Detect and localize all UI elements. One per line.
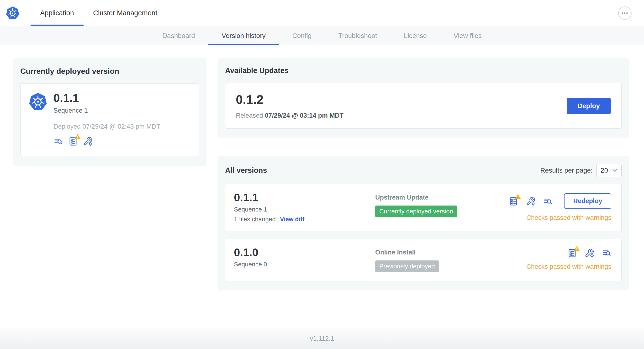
deployed-actions-icon-row: [54, 136, 160, 146]
all-versions-title: All versions: [225, 166, 267, 175]
released-label: Released: [236, 112, 263, 119]
tab-troubleshoot-label: Troubleshoot: [338, 32, 377, 40]
deployed-sequence: Sequence 1: [54, 107, 160, 114]
app-kubernetes-icon: [29, 92, 47, 112]
ellipsis-icon: •••: [621, 10, 628, 16]
all-versions-header: All versions Results per page: 20: [225, 164, 622, 177]
version-row-left: 0.1.1 Sequence 1 1 files changed View di…: [234, 192, 375, 223]
results-per-page-group: Results per page: 20: [540, 164, 622, 177]
currently-deployed-title: Currently deployed version: [20, 67, 199, 76]
tab-license[interactable]: License: [390, 26, 440, 45]
update-info: 0.1.2 Released 07/29/24 @ 03:14 pm MDT: [236, 92, 344, 119]
preflight-checks-icon[interactable]: [509, 196, 518, 206]
row-source-label: Upstream Update: [375, 194, 509, 201]
top-navigation-bar: Application Cluster Management •••: [0, 0, 644, 26]
version-row-0-1-0: 0.1.0 Sequence 0 Online Install Previous…: [225, 239, 622, 281]
version-row-middle: Upstream Update Currently deployed versi…: [375, 192, 509, 217]
currently-deployed-badge: Currently deployed version: [375, 206, 457, 217]
deploy-button[interactable]: Deploy: [567, 98, 611, 114]
config-wrench-icon[interactable]: [584, 248, 594, 258]
available-updates-panel: Available Updates 0.1.2 Released 07/29/2…: [218, 58, 629, 138]
results-per-page-label: Results per page:: [540, 166, 592, 174]
tab-license-label: License: [404, 32, 427, 40]
more-options-button[interactable]: •••: [618, 6, 632, 20]
checks-status-text: Checks passed with warnings: [526, 263, 611, 270]
deployed-version-number: 0.1.1: [54, 92, 160, 104]
tab-dashboard[interactable]: Dashboard: [149, 26, 208, 45]
version-row-right: Redeploy Checks passed with warnings: [509, 192, 611, 222]
topnav-tab-cluster-management-label: Cluster Management: [93, 9, 157, 17]
row-sequence: Sequence 0: [234, 261, 375, 268]
application-sub-navigation: Dashboard Version history Config Trouble…: [0, 26, 644, 45]
footer: v1.112.1: [0, 328, 644, 349]
row-version-number: 0.1.0: [234, 247, 375, 258]
currently-deployed-card: 0.1.1 Sequence 1 Deployed 07/29/24 @ 02:…: [20, 83, 199, 156]
tab-view-files[interactable]: View files: [440, 26, 495, 45]
update-released-line: Released 07/29/24 @ 03:14 pm MDT: [236, 112, 344, 119]
kubernetes-logo-icon: [6, 6, 20, 20]
config-wrench-icon[interactable]: [526, 196, 536, 206]
view-diff-link[interactable]: View diff: [280, 216, 304, 223]
deploy-logs-icon[interactable]: [54, 136, 63, 146]
released-date: 07/29/24 @ 03:14 pm MDT: [265, 112, 344, 119]
deploy-logs-icon[interactable]: [543, 196, 552, 206]
version-row-left: 0.1.0 Sequence 0: [234, 247, 375, 268]
config-wrench-icon[interactable]: [83, 136, 92, 146]
deploy-logs-icon[interactable]: [602, 248, 611, 258]
chevron-down-icon: [612, 169, 618, 172]
tab-config-label: Config: [292, 32, 312, 40]
version-history-page: Currently deployed version 0.1.1 Sequenc…: [0, 45, 644, 290]
files-changed-text: 1 files changed: [234, 216, 276, 223]
preflight-checks-icon[interactable]: [568, 248, 577, 258]
checks-status-text: Checks passed with warnings: [526, 214, 611, 222]
version-row-right: Checks passed with warnings: [526, 247, 611, 270]
tab-config[interactable]: Config: [279, 26, 325, 45]
row-sequence: Sequence 1: [234, 206, 375, 213]
results-per-page-select[interactable]: 20: [596, 164, 622, 177]
tab-version-history[interactable]: Version history: [208, 26, 279, 45]
topnav-tab-cluster-management[interactable]: Cluster Management: [84, 0, 167, 26]
available-update-card: 0.1.2 Released 07/29/24 @ 03:14 pm MDT D…: [225, 83, 622, 129]
available-updates-title: Available Updates: [225, 66, 622, 75]
all-versions-panel: All versions Results per page: 20 0.1.1 …: [218, 156, 629, 290]
console-version-text: v1.112.1: [310, 335, 334, 342]
row-files-changed: 1 files changed View diff: [234, 216, 375, 223]
version-row-0-1-1: 0.1.1 Sequence 1 1 files changed View di…: [225, 184, 622, 232]
row-actions: Redeploy: [509, 193, 611, 209]
deployed-info: 0.1.1 Sequence 1 Deployed 07/29/24 @ 02:…: [54, 92, 160, 146]
deployed-timestamp: Deployed 07/29/24 @ 02:43 pm MDT: [54, 123, 160, 130]
tab-troubleshoot[interactable]: Troubleshoot: [325, 26, 390, 45]
row-source-label: Online Install: [375, 249, 526, 256]
previously-deployed-badge: Previously deployed: [375, 260, 439, 272]
redeploy-button[interactable]: Redeploy: [564, 193, 611, 209]
currently-deployed-panel: Currently deployed version 0.1.1 Sequenc…: [13, 58, 206, 166]
row-actions: [568, 248, 611, 258]
topnav-tab-application-label: Application: [40, 9, 74, 17]
right-column: Available Updates 0.1.2 Released 07/29/2…: [218, 58, 629, 290]
topnav-tab-application[interactable]: Application: [30, 0, 84, 26]
preflight-checks-icon[interactable]: [68, 136, 78, 146]
tab-dashboard-label: Dashboard: [162, 32, 195, 40]
version-row-middle: Online Install Previously deployed: [375, 247, 526, 272]
update-version-number: 0.1.2: [236, 92, 344, 107]
results-per-page-value: 20: [600, 166, 608, 174]
tab-version-history-label: Version history: [222, 32, 266, 40]
row-version-number: 0.1.1: [234, 192, 375, 203]
tab-view-files-label: View files: [454, 32, 482, 40]
